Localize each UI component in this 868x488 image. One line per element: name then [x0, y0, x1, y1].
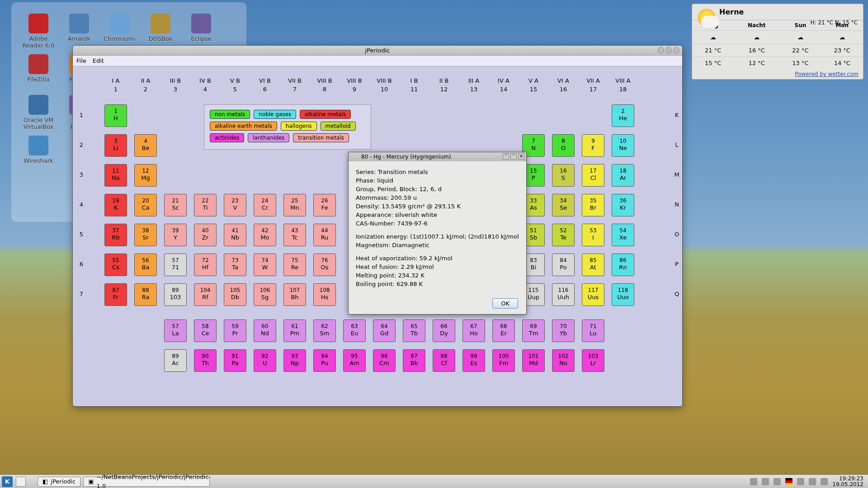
taskbar-clock[interactable]: 19:29:23 19.05.2012 [832, 476, 863, 488]
element-Yb[interactable]: 70Yb [552, 319, 575, 342]
legend-lanthanides[interactable]: lanthanides [248, 133, 289, 142]
element-Es[interactable]: 99Es [462, 349, 485, 372]
tray-clipboard-icon[interactable] [750, 478, 757, 485]
element-Cm[interactable]: 96Cm [373, 349, 396, 372]
tray-mail-icon[interactable] [762, 478, 769, 485]
desktop-icon-adobe[interactable]: AdobeReader 6.0 [18, 14, 59, 49]
element-I[interactable]: 53I [582, 224, 604, 246]
element-Tb[interactable]: 65Tb [403, 319, 425, 342]
element-Mo[interactable]: 42Mo [254, 224, 276, 246]
element-Zr[interactable]: 40Zr [194, 224, 217, 246]
tray-volume-icon[interactable] [797, 478, 804, 485]
element-U[interactable]: 92U [254, 349, 276, 372]
element-Db[interactable]: 105Db [224, 283, 246, 306]
element-Cl[interactable]: 17Cl [582, 164, 604, 187]
element-Ti[interactable]: 22Ti [194, 194, 217, 216]
element-Rn[interactable]: 86Rn [612, 253, 634, 276]
desktop-icon-oracle-vm[interactable]: Oracle VMVirtualBox [18, 95, 59, 130]
element-Pm[interactable]: 61Pm [283, 319, 306, 342]
element-Pr[interactable]: 59Pr [224, 319, 246, 342]
element-Uuo[interactable]: 118Uuo [612, 283, 634, 306]
element-Ar[interactable]: 18Ar [612, 164, 634, 187]
element-Bk[interactable]: 97Bk [403, 349, 425, 372]
dialog-titlebar[interactable]: 80 - Hg - Mercury (Hygrogenium) ˅ ˄ × [349, 152, 526, 161]
element-103[interactable]: 89103 [164, 283, 187, 306]
element-Ho[interactable]: 67Ho [462, 319, 485, 342]
element-Fe[interactable]: 26Fe [313, 194, 336, 216]
maximize-icon[interactable] [665, 47, 672, 53]
legend-metalloid[interactable]: metalloid [321, 122, 356, 131]
element-Np[interactable]: 93Np [283, 349, 306, 372]
element-Lu[interactable]: 71Lu [582, 319, 604, 342]
element-Tm[interactable]: 69Tm [522, 319, 545, 342]
kde-start-button[interactable]: K [2, 476, 13, 487]
close-icon[interactable] [673, 47, 679, 53]
tray-network-icon[interactable] [809, 478, 816, 485]
element-Ra[interactable]: 88Ra [134, 283, 157, 306]
element-S[interactable]: 16S [552, 164, 575, 187]
element-Os[interactable]: 76Os [313, 253, 336, 276]
taskbar-item-jperiodic[interactable]: ◧ jPeriodic [38, 477, 80, 487]
element-Rb[interactable]: 37Rb [104, 224, 127, 246]
element-Y[interactable]: 39Y [164, 224, 187, 246]
dialog-min-icon[interactable]: ˅ [503, 153, 509, 160]
element-Nd[interactable]: 60Nd [254, 319, 276, 342]
element-At[interactable]: 85At [582, 253, 604, 276]
element-Ca[interactable]: 20Ca [134, 194, 157, 216]
element-Se[interactable]: 34Se [552, 194, 575, 216]
element-F[interactable]: 9F [582, 134, 604, 157]
element-Be[interactable]: 4Be [134, 134, 157, 157]
element-Lr[interactable]: 103Lr [582, 349, 604, 372]
legend-alkaline-metals[interactable]: alkaline metals [300, 110, 351, 119]
element-Po[interactable]: 84Po [552, 253, 575, 276]
element-Ru[interactable]: 44Ru [313, 224, 336, 246]
element-Dy[interactable]: 66Dy [433, 319, 455, 342]
element-Rf[interactable]: 104Rf [194, 283, 217, 306]
element-Li[interactable]: 3Li [104, 134, 127, 157]
legend-actinides[interactable]: actinides [210, 133, 244, 142]
element-K[interactable]: 19K [104, 194, 127, 216]
tray-flag-de-icon[interactable] [785, 478, 793, 485]
element-V[interactable]: 23V [224, 194, 246, 216]
legend-noble-gases[interactable]: noble gases [254, 110, 296, 119]
element-Ce[interactable]: 58Ce [194, 319, 217, 342]
element-Ba[interactable]: 56Ba [134, 253, 157, 276]
element-Md[interactable]: 101Md [522, 349, 545, 372]
menu-edit[interactable]: Edit [93, 57, 104, 64]
legend-alkaline-earth-metals[interactable]: alkaline earth metals [210, 122, 277, 131]
desktop-icon-amarok[interactable]: Amarok [59, 14, 99, 42]
ok-button[interactable]: OK [492, 298, 518, 309]
element-Ac[interactable]: 89Ac [164, 349, 187, 372]
element-H[interactable]: 1H [104, 104, 127, 127]
dialog-up-icon[interactable]: ˄ [510, 153, 517, 160]
element-Kr[interactable]: 36Kr [612, 194, 634, 216]
element-Fm[interactable]: 100Fm [492, 349, 515, 372]
element-Uus[interactable]: 117Uus [582, 283, 604, 306]
element-Er[interactable]: 68Er [492, 319, 515, 342]
element-Cr[interactable]: 24Cr [254, 194, 276, 216]
element-Pu[interactable]: 94Pu [313, 349, 336, 372]
element-Ta[interactable]: 73Ta [224, 253, 246, 276]
element-Gd[interactable]: 64Gd [373, 319, 396, 342]
element-La[interactable]: 57La [164, 319, 187, 342]
element-Te[interactable]: 52Te [552, 224, 575, 246]
legend-transition-metals[interactable]: transition metals [293, 133, 349, 142]
minimize-icon[interactable] [658, 47, 664, 53]
element-Uuh[interactable]: 116Uuh [552, 283, 575, 306]
element-Eu[interactable]: 63Eu [343, 319, 366, 342]
desktop-icon-eclipse[interactable]: Eclipse [181, 14, 222, 42]
element-O[interactable]: 8O [552, 134, 575, 157]
legend-non-metals[interactable]: non metals [210, 110, 250, 119]
element-Hf[interactable]: 72Hf [194, 253, 217, 276]
element-Pa[interactable]: 91Pa [224, 349, 246, 372]
element-Sr[interactable]: 38Sr [134, 224, 157, 246]
weather-provider-link[interactable]: Powered by wetter.com [692, 69, 863, 79]
element-Re[interactable]: 75Re [283, 253, 306, 276]
tray-device-icon[interactable] [821, 478, 828, 485]
element-No[interactable]: 102No [552, 349, 575, 372]
desktop-pager[interactable] [16, 477, 26, 487]
element-Sm[interactable]: 62Sm [313, 319, 336, 342]
element-Mn[interactable]: 25Mn [283, 194, 306, 216]
element-Ne[interactable]: 10Ne [612, 134, 634, 157]
menu-file[interactable]: File [76, 57, 86, 64]
